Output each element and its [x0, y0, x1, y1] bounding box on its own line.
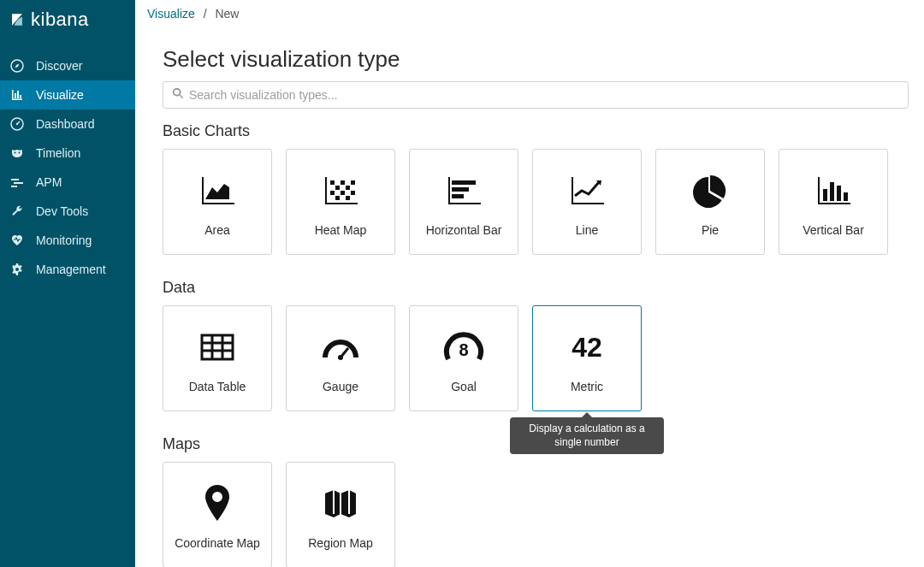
content: Select visualization type Basic ChartsAr… [135, 21, 924, 567]
heatmap-icon [322, 167, 359, 215]
viz-card-vertical-bar[interactable]: Vertical Bar [779, 149, 888, 255]
svg-text:8: 8 [459, 340, 468, 359]
line-icon [568, 167, 606, 215]
sidebar-item-label: Dashboard [36, 117, 95, 131]
logo[interactable]: kibana [0, 0, 135, 43]
sidebar-item-dev-tools[interactable]: Dev Tools [0, 197, 135, 226]
svg-rect-7 [351, 180, 355, 185]
heartbeat-icon [10, 233, 24, 247]
regionmap-icon [322, 480, 359, 528]
sidebar-item-dashboard[interactable]: Dashboard [0, 109, 135, 139]
card-grid: Data TableGauge8Goal42MetricDisplay a ca… [163, 305, 909, 411]
svg-rect-18 [823, 189, 827, 201]
sidebar-item-label: Management [36, 263, 106, 276]
tooltip: Display a calculation as a single number [510, 417, 664, 454]
breadcrumb-sep: / [204, 7, 207, 21]
sidebar-item-label: APM [36, 175, 62, 189]
vbar-icon [814, 167, 852, 215]
card-label: Horizontal Bar [426, 223, 502, 237]
card-label: Pie [702, 223, 719, 237]
pin-icon [202, 480, 233, 528]
svg-rect-6 [341, 180, 345, 185]
card-label: Area [204, 223, 230, 237]
hbar-icon [445, 167, 483, 215]
viz-card-area[interactable]: Area [163, 149, 272, 255]
goal-icon: 8 [441, 323, 486, 371]
breadcrumb: Visualize / New [135, 0, 924, 21]
svg-rect-17 [452, 194, 464, 198]
breadcrumb-root[interactable]: Visualize [147, 7, 195, 21]
kibana-logo-icon [10, 13, 24, 27]
svg-rect-13 [335, 196, 340, 200]
nav-list: DiscoverVisualizeDashboardTimelionAPMDev… [0, 51, 135, 284]
sidebar-item-visualize[interactable]: Visualize [0, 80, 135, 109]
mask-icon [10, 146, 24, 160]
sidebar-item-label: Visualize [36, 88, 84, 102]
card-label: Vertical Bar [803, 223, 864, 237]
search-input[interactable] [189, 88, 899, 102]
sidebar-item-discover[interactable]: Discover [0, 51, 135, 80]
viz-card-metric[interactable]: 42MetricDisplay a calculation as a singl… [532, 305, 642, 411]
sidebar-item-apm[interactable]: APM [0, 168, 135, 197]
card-label: Data Table [189, 380, 246, 393]
viz-card-line[interactable]: Line [532, 149, 642, 255]
table-icon [198, 323, 236, 371]
viz-card-horizontal-bar[interactable]: Horizontal Bar [409, 149, 518, 255]
search-icon [172, 87, 189, 103]
viz-card-pie[interactable]: Pie [655, 149, 765, 255]
viz-card-coordinate-map[interactable]: Coordinate Map [163, 462, 272, 567]
breadcrumb-current: New [215, 7, 239, 21]
sidebar-item-label: Discover [36, 59, 82, 73]
sidebar-item-monitoring[interactable]: Monitoring [0, 226, 135, 255]
svg-line-28 [341, 348, 348, 357]
svg-rect-5 [330, 180, 335, 185]
sidebar-item-label: Timelion [36, 146, 80, 160]
sidebar-item-management[interactable]: Management [0, 255, 135, 284]
card-grid: AreaHeat MapHorizontal BarLinePieVertica… [163, 149, 909, 255]
svg-point-2 [16, 123, 18, 125]
barchart-icon [10, 88, 24, 102]
card-label: Metric [571, 380, 603, 393]
viz-card-gauge[interactable]: Gauge [286, 305, 395, 411]
main: Visualize / New Select visualization typ… [135, 0, 924, 567]
gauge-icon [320, 323, 361, 371]
section-title: Data [163, 279, 909, 297]
card-label: Region Map [308, 536, 373, 550]
area-icon [198, 167, 236, 215]
svg-point-4 [19, 152, 21, 154]
svg-point-3 [15, 152, 16, 154]
card-label: Gauge [323, 380, 358, 393]
compass-icon [10, 59, 24, 73]
sidebar: kibana DiscoverVisualizeDashboardTimelio… [0, 0, 135, 567]
svg-rect-14 [346, 196, 350, 200]
sidebar-item-label: Monitoring [36, 233, 92, 247]
svg-rect-20 [837, 186, 841, 201]
metric-icon: 42 [572, 323, 602, 371]
gear-icon [10, 263, 24, 276]
logo-text: kibana [31, 9, 89, 31]
svg-rect-22 [202, 335, 233, 359]
viz-card-data-table[interactable]: Data Table [163, 305, 272, 411]
svg-rect-9 [346, 186, 350, 190]
svg-rect-11 [341, 191, 345, 195]
svg-rect-16 [452, 187, 469, 192]
svg-rect-21 [844, 192, 848, 201]
svg-rect-15 [452, 180, 476, 185]
card-grid: Coordinate MapRegion Map [163, 462, 909, 567]
dashboard-icon [10, 117, 24, 131]
pie-icon [691, 167, 729, 215]
search-wrap[interactable] [163, 81, 909, 109]
viz-card-heat-map[interactable]: Heat Map [286, 149, 395, 255]
section-title: Basic Charts [163, 122, 909, 140]
wrench-icon [10, 204, 24, 218]
viz-card-goal[interactable]: 8Goal [409, 305, 518, 411]
svg-rect-19 [830, 182, 834, 201]
svg-rect-12 [351, 191, 355, 195]
sidebar-item-label: Dev Tools [36, 204, 88, 218]
sidebar-item-timelion[interactable]: Timelion [0, 139, 135, 168]
card-label: Line [576, 223, 598, 237]
card-label: Heat Map [315, 223, 367, 237]
viz-card-region-map[interactable]: Region Map [286, 462, 395, 567]
svg-rect-8 [335, 186, 340, 190]
card-label: Goal [451, 380, 477, 393]
